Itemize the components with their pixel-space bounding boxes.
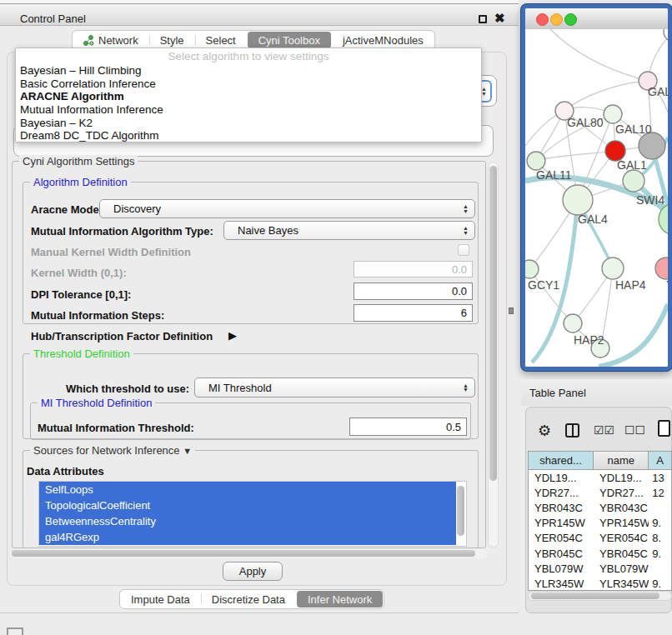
gear-icon[interactable]: ⚙ bbox=[538, 422, 551, 440]
expanded-arrow-icon[interactable]: ▼ bbox=[183, 446, 192, 456]
column-header-shared-name[interactable]: shared... bbox=[529, 452, 594, 469]
tab-style[interactable]: Style bbox=[149, 31, 195, 49]
data-attributes-list[interactable]: SelfLoops TopologicalCoefficient Between… bbox=[38, 481, 467, 547]
mi-algorithm-type-select[interactable]: Naive Bayes ▲▼ bbox=[223, 221, 475, 240]
mi-steps-input[interactable]: 6 bbox=[354, 304, 473, 322]
tab-cyni-toolbox[interactable]: Cyni Toolbox bbox=[248, 32, 331, 48]
settings-vertical-scrollbar[interactable] bbox=[488, 162, 499, 548]
tab-network[interactable]: Network bbox=[73, 31, 149, 49]
tab-select[interactable]: Select bbox=[195, 31, 247, 49]
control-panel-title: Control Panel bbox=[20, 12, 86, 25]
dropdown-item[interactable]: Bayesian – Hill Climbing bbox=[16, 64, 481, 78]
node-gcy1[interactable] bbox=[525, 260, 539, 278]
table-panel-titlebar: Table Panel bbox=[521, 379, 672, 406]
hub-section-label: Hub/Transcription Factor Definition bbox=[31, 330, 213, 342]
tab-label: Cyni Toolbox bbox=[258, 34, 320, 47]
scrollbar-thumb[interactable] bbox=[531, 592, 659, 599]
list-scrollbar-thumb[interactable] bbox=[457, 486, 464, 536]
node-gray[interactable] bbox=[639, 132, 665, 159]
scrollbar-thumb[interactable] bbox=[12, 550, 475, 557]
combobox-stepper-icon: ▲▼ bbox=[463, 226, 469, 235]
mi-threshold-definition-title: MI Threshold Definition bbox=[38, 397, 155, 409]
attribute-item-selected[interactable]: SelfLoops bbox=[39, 482, 456, 498]
mi-steps-label: Mutual Information Steps: bbox=[31, 309, 164, 322]
dropdown-item[interactable]: Bayesian – K2 bbox=[16, 117, 481, 130]
control-panel-titlebar: Control Panel ✖ bbox=[0, 3, 519, 26]
mi-threshold-label: Mutual Information Threshold: bbox=[38, 422, 194, 434]
dropdown-item-selected[interactable]: ARACNE Algorithm bbox=[16, 90, 481, 103]
dropdown-item[interactable]: Mutual Information Inference bbox=[16, 103, 481, 117]
deselect-all-checks-icon[interactable]: ☐☐ bbox=[624, 423, 645, 437]
float-window-icon[interactable] bbox=[479, 15, 487, 23]
column-header-partial[interactable]: A bbox=[649, 452, 671, 469]
select-all-checks-icon[interactable]: ☑☑ bbox=[594, 423, 614, 437]
table-row[interactable]: YPR145WYPR145W9. bbox=[529, 516, 671, 531]
apply-button[interactable]: Apply bbox=[223, 562, 283, 581]
dock-divider bbox=[0, 612, 519, 613]
attribute-item-selected[interactable]: BetweennessCentrality bbox=[39, 513, 456, 529]
mi-threshold-input[interactable]: 0.5 bbox=[349, 418, 467, 436]
algorithm-definition-title: Algorithm Definition bbox=[30, 176, 131, 188]
dpi-tolerance-value: 0.0 bbox=[452, 285, 467, 298]
node-hap2[interactable] bbox=[564, 314, 582, 332]
table-row[interactable]: YBR045CYBR045C9. bbox=[529, 546, 671, 561]
scrollbar-thumb[interactable] bbox=[489, 166, 497, 481]
aracne-mode-value: Discovery bbox=[113, 202, 161, 215]
column-header-name[interactable]: name bbox=[594, 452, 649, 469]
node-gal10[interactable] bbox=[604, 105, 622, 123]
node-table: shared... name A YDL19...YDL19...13 YDR2… bbox=[528, 451, 672, 591]
dropdown-item[interactable]: Basic Correlation Inference bbox=[16, 78, 481, 91]
tab-discretize-data[interactable]: Discretize Data bbox=[201, 590, 296, 608]
dpi-tolerance-input[interactable]: 0.0 bbox=[354, 282, 473, 300]
node-label: GAL4 bbox=[578, 212, 608, 226]
node-label: GAL80 bbox=[567, 116, 604, 129]
tab-jactivemnodules[interactable]: jActiveMNodules bbox=[332, 31, 434, 49]
network-window-titlebar[interactable] bbox=[525, 8, 668, 30]
table-row[interactable]: YLR345WYLR345W9. bbox=[529, 576, 671, 591]
network-view-window[interactable]: GAL GAL80 GAL10 GAL1 GAL11 SWI4 GAL4 GCY… bbox=[521, 4, 672, 371]
document-icon[interactable] bbox=[658, 420, 670, 437]
collapsed-arrow-icon[interactable]: ▶ bbox=[228, 329, 237, 342]
table-row[interactable]: YDR27...YDR27...12 bbox=[529, 485, 671, 500]
table-row[interactable]: YER054CYER054C8. bbox=[529, 531, 671, 546]
attribute-item-selected[interactable]: gal4RGexp bbox=[39, 529, 456, 545]
node-label: GAL10 bbox=[615, 122, 652, 136]
table-horizontal-scrollbar[interactable] bbox=[528, 591, 672, 601]
kernel-width-value: 0.0 bbox=[452, 263, 467, 276]
tab-label: Select bbox=[206, 34, 236, 47]
splitter-handle[interactable] bbox=[509, 308, 514, 314]
table-row[interactable]: YDL19...YDL19...13 bbox=[529, 470, 671, 485]
manual-kernel-width-checkbox[interactable] bbox=[458, 244, 469, 256]
dropdown-item[interactable]: Dream8 DC_TDC Algorithm bbox=[16, 129, 481, 142]
tab-impute-data[interactable]: Impute Data bbox=[120, 590, 201, 608]
kernel-width-input[interactable]: 0.0 bbox=[354, 261, 473, 278]
table-row[interactable]: YBR043CYBR043C bbox=[529, 500, 671, 515]
node-hap4[interactable] bbox=[602, 258, 624, 279]
zoom-traffic-light-icon[interactable] bbox=[564, 13, 577, 26]
dropdown-prompt: Select algorithm to view settings bbox=[16, 49, 481, 64]
which-threshold-select[interactable]: MI Threshold ▲▼ bbox=[194, 378, 475, 398]
algorithm-dropdown-list: Select algorithm to view settings Bayesi… bbox=[15, 48, 482, 142]
tab-label: Style bbox=[160, 34, 184, 47]
tab-label: Infer Network bbox=[308, 593, 372, 606]
apply-button-label: Apply bbox=[239, 565, 267, 578]
network-canvas[interactable]: GAL GAL80 GAL10 GAL1 GAL11 SWI4 GAL4 GCY… bbox=[525, 29, 668, 367]
attribute-item-selected[interactable]: TopologicalCoefficient bbox=[39, 498, 456, 513]
node-swi4[interactable] bbox=[623, 170, 644, 192]
kernel-width-label: Kernel Width (0,1): bbox=[31, 267, 127, 279]
minimize-traffic-light-icon[interactable] bbox=[550, 13, 563, 26]
aracne-mode-select[interactable]: Discovery ▲▼ bbox=[99, 199, 475, 218]
node-gal11[interactable] bbox=[527, 152, 545, 170]
node-label: HAP4 bbox=[615, 278, 646, 292]
node-label: HAP2 bbox=[574, 333, 604, 347]
settings-horizontal-scrollbar[interactable] bbox=[10, 549, 487, 558]
close-icon[interactable]: ✖ bbox=[494, 11, 505, 26]
tab-label: Network bbox=[98, 34, 138, 47]
close-traffic-light-icon[interactable] bbox=[536, 13, 549, 26]
tab-infer-network[interactable]: Infer Network bbox=[297, 591, 383, 608]
node-salmon-right[interactable] bbox=[655, 258, 668, 279]
bottom-left-partial-icon[interactable] bbox=[7, 628, 23, 635]
table-row[interactable]: YBL079WYBL079W bbox=[529, 561, 671, 576]
columns-icon[interactable] bbox=[565, 423, 579, 438]
node-gal4[interactable] bbox=[563, 185, 593, 215]
